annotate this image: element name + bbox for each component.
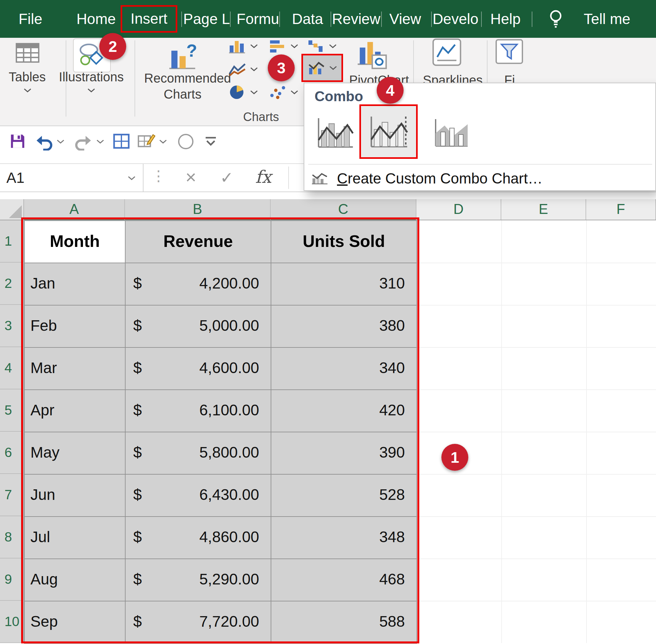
undo-chevron-icon[interactable] [56,139,65,144]
insert-column-chart-button[interactable] [228,39,258,54]
save-button[interactable] [9,133,26,150]
row-header-9[interactable]: 9 [0,558,24,601]
row-header-8[interactable]: 8 [0,516,24,558]
tab-view[interactable]: View [389,0,421,38]
insert-pie-chart-button[interactable] [228,85,258,100]
row-header-5[interactable]: 5 [0,389,24,432]
recommended-charts-icon[interactable]: ? [166,39,198,71]
tables-icon[interactable] [15,40,41,66]
cell-month[interactable]: Aug [25,559,126,601]
combo-option-secondary-axis[interactable] [359,105,418,159]
chevron-down-icon[interactable] [87,88,95,93]
pivotchart-icon[interactable] [355,38,388,70]
cell-revenue[interactable]: $5,000.00 [126,305,271,348]
cell-units[interactable]: 588 [271,601,417,644]
recommended-charts-label-line2[interactable]: Charts [144,87,221,101]
row-header-3[interactable]: 3 [0,305,24,347]
edit-chevron-icon[interactable] [159,139,167,144]
tab-review[interactable]: Review [332,0,381,38]
row-header-4[interactable]: 4 [0,347,24,389]
gridline [416,389,656,390]
lightbulb-icon[interactable] [548,9,563,30]
column-header-f[interactable]: F [586,199,656,220]
cell-revenue[interactable]: $4,860.00 [126,517,271,559]
sparklines-icon[interactable] [432,38,462,67]
column-header-c[interactable]: C [271,199,416,220]
cell-month[interactable]: Sep [25,601,126,644]
combo-option-clustered-column-line[interactable] [316,115,354,150]
row-header-6[interactable]: 6 [0,432,24,474]
illustrations-group-label[interactable]: Illustrations [58,70,125,84]
cell-units[interactable]: 310 [271,263,417,305]
tab-formulas[interactable]: Formu [237,0,279,38]
tab-tell-me[interactable]: Tell me [584,0,630,38]
tab-page-layout[interactable]: Page L [183,0,230,38]
name-box-chevron-icon[interactable] [128,176,136,181]
formula-bar-resize-handle[interactable]: ⋮ [151,167,166,184]
tab-data[interactable]: Data [292,0,323,38]
column-header-b[interactable]: B [125,199,271,220]
combo-option-stacked-area-column[interactable] [433,115,469,150]
cell-revenue[interactable]: $6,430.00 [126,475,271,517]
cell-units[interactable]: 528 [271,475,417,517]
filter-icon[interactable] [495,39,524,65]
cell-c1-units-header[interactable]: Units Sold [271,221,417,263]
circle-icon[interactable] [178,134,194,149]
insert-function-icon[interactable]: fx [250,164,276,191]
row-header-10[interactable]: 10 [0,601,24,643]
redo-chevron-icon[interactable] [96,139,105,144]
cell-month[interactable]: Mar [25,348,126,390]
insert-scatter-chart-button[interactable] [268,85,298,100]
name-box[interactable]: A1 [0,164,143,191]
cell-revenue[interactable]: $5,800.00 [126,432,271,475]
tab-help[interactable]: Help [491,0,521,38]
insert-bar-chart-button[interactable] [268,39,298,54]
recommended-charts-label-line1[interactable]: Recommended [144,71,221,86]
cell-units[interactable]: 390 [271,432,417,475]
row-header-7[interactable]: 7 [0,474,24,516]
cell-month[interactable]: Feb [25,305,126,348]
undo-button[interactable] [35,133,53,151]
cell-units[interactable]: 340 [271,348,417,390]
cell-month[interactable]: Jun [25,475,126,517]
cell-revenue[interactable]: $4,200.00 [126,263,271,305]
column-header-e[interactable]: E [501,199,586,220]
column-header-a[interactable]: A [24,199,125,220]
tab-developer[interactable]: Develo [432,0,478,38]
tables-group-button[interactable]: Tables [5,70,50,84]
cancel-icon[interactable]: × [178,164,204,191]
cell-revenue[interactable]: $5,290.00 [126,559,271,601]
insert-line-chart-button[interactable] [228,62,258,77]
tab-file[interactable]: File [19,0,42,38]
insert-combo-chart-button[interactable] [301,54,343,82]
cell-revenue[interactable]: $4,600.00 [126,348,271,390]
cell-revenue[interactable]: $6,100.00 [126,390,271,432]
cell-month[interactable]: Apr [25,390,126,432]
cell-a1-month-header[interactable]: Month [25,221,126,263]
customize-toolbar-button[interactable] [204,136,217,147]
tab-separator [381,12,382,27]
cell-units[interactable]: 380 [271,305,417,348]
cell-month[interactable]: May [25,432,126,475]
cell-b1-revenue-header[interactable]: Revenue [126,221,271,263]
tab-insert[interactable]: Insert [120,5,177,33]
row-header-2[interactable]: 2 [0,262,24,305]
insert-waterfall-chart-button[interactable] [307,39,337,54]
create-custom-combo-chart-item[interactable]: Create Custom Combo Chart… [304,166,655,191]
enter-icon[interactable]: ✓ [214,164,240,191]
cell-units[interactable]: 348 [271,517,417,559]
edit-cells-button[interactable] [137,133,156,149]
table-borders-button[interactable] [113,133,130,149]
select-all-corner[interactable] [0,199,24,220]
cell-revenue[interactable]: $7,720.00 [126,601,271,644]
chevron-down-icon[interactable] [23,88,32,93]
cell-month[interactable]: Jul [25,517,126,559]
row-header-1[interactable]: 1 [0,220,24,262]
redo-button[interactable] [74,133,93,151]
column-header-d[interactable]: D [416,199,501,220]
cell-month[interactable]: Jan [25,263,126,305]
scatter-chart-icon [268,85,287,100]
cell-units[interactable]: 468 [271,559,417,601]
cell-units[interactable]: 420 [271,390,417,432]
tab-home[interactable]: Home [76,0,116,38]
